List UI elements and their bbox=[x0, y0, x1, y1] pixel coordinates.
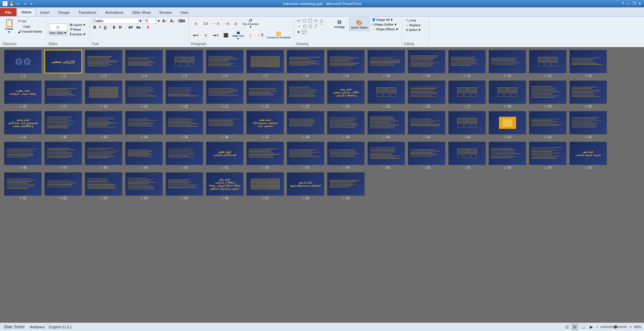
justify-button[interactable]: ⬛ bbox=[221, 32, 230, 38]
slide-item[interactable]: ⊡ 27 bbox=[448, 80, 486, 108]
slide-item[interactable]: ⊡ 18 bbox=[85, 80, 122, 108]
align-text-button[interactable]: ⬓ Align Text ▼ bbox=[231, 30, 245, 41]
slide-thumbnail[interactable] bbox=[367, 111, 405, 135]
slide-item[interactable]: ⊡ 50 bbox=[166, 142, 203, 170]
align-center-button[interactable]: ≡ bbox=[201, 32, 210, 38]
slide-thumbnail[interactable] bbox=[448, 111, 486, 135]
slide-item[interactable]: ⊡ 39 bbox=[327, 111, 365, 139]
arrange-button[interactable]: ⧉ Arrange bbox=[331, 18, 348, 30]
quick-styles-button[interactable]: 🎨 Quick Styles bbox=[349, 18, 369, 31]
slide-item[interactable]: ⊡ 57 bbox=[448, 142, 486, 170]
slide-item[interactable]: ⊡ 17 bbox=[44, 80, 82, 108]
line-spacing-button[interactable]: ↕ bbox=[246, 32, 255, 38]
slide-thumbnail[interactable] bbox=[287, 142, 324, 165]
find-button[interactable]: 🔍 Find bbox=[405, 19, 422, 23]
replace-button[interactable]: ↔ Replace bbox=[405, 23, 422, 27]
slide-thumbnail[interactable] bbox=[44, 111, 82, 135]
slide-thumbnail[interactable] bbox=[327, 142, 365, 165]
slide-item[interactable]: فصل هشتم قیمت‌گذاری بازاریابی ⊡ 51 bbox=[206, 142, 244, 170]
slide-thumbnail[interactable] bbox=[125, 172, 163, 196]
shape-fill-button[interactable]: 🪣 Shape Fill▼ bbox=[371, 18, 400, 22]
slide-thumbnail[interactable] bbox=[327, 172, 365, 196]
underline-button[interactable]: U bbox=[103, 25, 108, 30]
tab-file[interactable]: File bbox=[0, 8, 16, 16]
slide-thumbnail[interactable] bbox=[166, 111, 203, 135]
shape-arrow-right[interactable]: → bbox=[296, 24, 301, 29]
slide-thumbnail[interactable] bbox=[489, 142, 526, 165]
rtl-button[interactable]: ←¶ bbox=[256, 32, 265, 38]
slide-item[interactable]: ⊡ 7 bbox=[246, 50, 284, 78]
macro-label[interactable]: Фабрика bbox=[30, 325, 45, 329]
shape-diamond[interactable]: ◇ bbox=[313, 18, 319, 23]
slide-item[interactable]: ⚙⚙ ⊡ 1 bbox=[4, 50, 42, 78]
slide-item[interactable]: ⊡ 56 bbox=[408, 142, 445, 170]
tab-design[interactable]: Design bbox=[54, 8, 74, 16]
slide-thumbnail[interactable]: فصل هفتم استراتژی محصول/ارائه محصول جدید bbox=[246, 111, 284, 135]
slide-item[interactable]: ⊡ 34 bbox=[125, 111, 163, 139]
slide-thumbnail[interactable] bbox=[569, 50, 607, 73]
close-button[interactable]: ✕ bbox=[638, 1, 641, 6]
shape-rounded-rect[interactable]: ▢ bbox=[302, 18, 307, 23]
slide-thumbnail[interactable] bbox=[448, 142, 486, 165]
slide-thumbnail[interactable] bbox=[85, 142, 122, 165]
bold-button[interactable]: B bbox=[92, 25, 98, 30]
slide-thumbnail[interactable] bbox=[85, 80, 122, 104]
slide-thumbnail[interactable] bbox=[569, 111, 607, 135]
slide-item[interactable]: ⊡ 9 bbox=[327, 50, 365, 78]
slide-thumbnail[interactable] bbox=[408, 111, 445, 135]
slide-thumbnail[interactable] bbox=[125, 111, 163, 135]
slide-thumbnail[interactable] bbox=[408, 142, 445, 165]
slide-thumbnail[interactable] bbox=[327, 111, 365, 135]
bullet-list-button[interactable]: ≡ bbox=[191, 21, 200, 27]
slide-thumbnail[interactable] bbox=[166, 142, 203, 165]
section-button[interactable]: § Section▼ bbox=[69, 32, 87, 36]
tab-transitions[interactable]: Transitions bbox=[74, 8, 101, 16]
slide-item[interactable]: ⊡ 3 bbox=[85, 50, 122, 78]
slide-item[interactable]: ⊡ 41 bbox=[408, 111, 445, 139]
slide-item[interactable]: ⊡ 36 bbox=[206, 111, 244, 139]
slide-item[interactable]: ⊡ 19 bbox=[125, 80, 163, 108]
convert-smartart-button[interactable]: 🔀 Convert to SmartArt bbox=[266, 31, 292, 39]
slide-item[interactable]: ⊡ 22 bbox=[246, 80, 284, 108]
slide-item[interactable]: ⊡ 25 bbox=[367, 80, 405, 108]
shape-outline-button[interactable]: □ Shape Outline▼ bbox=[371, 23, 400, 27]
slide-item[interactable]: ⊡ 38 bbox=[287, 111, 324, 139]
slide-item[interactable]: ⊡ 42 bbox=[448, 111, 486, 139]
slide-thumbnail[interactable] bbox=[125, 50, 163, 73]
slide-item[interactable]: ⊡ 6 bbox=[206, 50, 244, 78]
zoom-in-button[interactable]: + bbox=[629, 324, 632, 329]
tab-animations[interactable]: Animations bbox=[101, 8, 128, 16]
slide-thumbnail[interactable] bbox=[44, 80, 82, 104]
slide-thumbnail[interactable] bbox=[166, 50, 203, 73]
slide-item[interactable]: ⊡ 4 bbox=[125, 50, 163, 78]
slide-item[interactable]: ⊡ 62 bbox=[44, 172, 82, 200]
redo-qat-button[interactable]: ↪ bbox=[22, 1, 28, 6]
slide-thumbnail[interactable]: فصل چهارم روابط خریدار - فروشنده bbox=[4, 80, 42, 104]
slide-thumbnail[interactable] bbox=[246, 172, 284, 196]
slide-thumbnail[interactable] bbox=[85, 50, 122, 73]
customize-qat-button[interactable]: ▼ bbox=[29, 1, 34, 6]
slide-thumbnail[interactable] bbox=[166, 172, 203, 196]
italic-button[interactable]: I bbox=[98, 25, 102, 30]
undo-qat-button[interactable]: ↩ bbox=[15, 1, 21, 6]
slide-thumbnail[interactable] bbox=[489, 111, 526, 135]
align-left-button[interactable]: ⬅≡ bbox=[191, 32, 200, 38]
slide-item[interactable]: ⊡ 64 bbox=[125, 172, 163, 200]
columns-button[interactable]: ⫼ bbox=[231, 21, 241, 27]
zoom-out-button[interactable]: − bbox=[596, 324, 599, 329]
shape-triangle[interactable]: △ bbox=[319, 18, 324, 23]
slide-thumbnail[interactable]: بازاریابی صنعتی bbox=[44, 50, 82, 73]
tab-insert[interactable]: Insert bbox=[36, 8, 54, 16]
slide-thumbnail[interactable]: فصل نهم مدیریت فروش شخصی bbox=[569, 142, 607, 165]
reading-view-button[interactable]: 📖 bbox=[580, 324, 587, 330]
slide-thumbnail[interactable] bbox=[85, 172, 122, 196]
cut-button[interactable]: ✂ Cut bbox=[17, 19, 43, 24]
slide-item[interactable]: ⊡ 33 bbox=[85, 111, 122, 139]
copy-button[interactable]: 📄 Copy bbox=[17, 24, 43, 29]
slide-thumbnail[interactable] bbox=[85, 111, 122, 135]
slide-item[interactable]: ⊡ 65 bbox=[166, 172, 203, 200]
slide-thumbnail[interactable]: فصل دهم ارتباطات بازاریابی عملیات ارتقاء… bbox=[206, 172, 244, 196]
normal-view-button[interactable]: ⊡ bbox=[564, 324, 570, 330]
slide-thumbnail[interactable] bbox=[166, 80, 203, 104]
slide-item[interactable]: ⊡ 20 bbox=[166, 80, 203, 108]
